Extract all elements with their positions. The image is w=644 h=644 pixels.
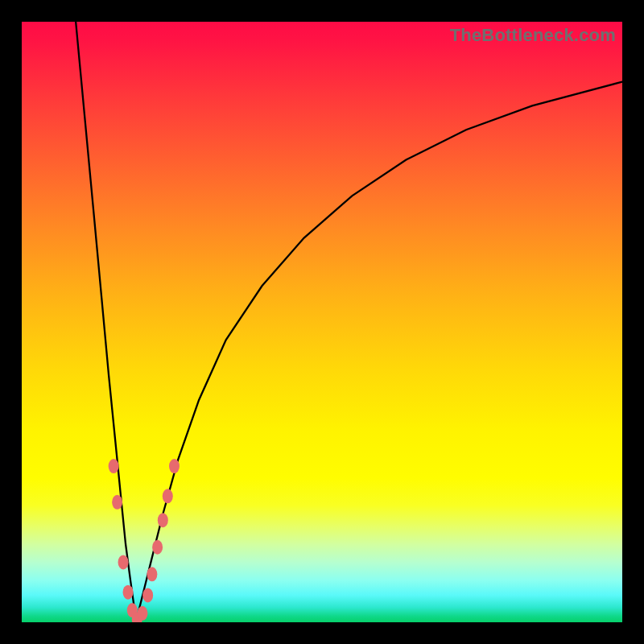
marker-dot — [152, 540, 163, 555]
curve-layer — [22, 22, 622, 622]
curve-right — [136, 82, 622, 622]
curve-left — [76, 22, 136, 622]
marker-dot — [118, 555, 129, 569]
watermark-text: TheBottleneck.com — [450, 25, 616, 46]
marker-dot — [137, 606, 147, 621]
plot-area: TheBottleneck.com — [22, 22, 622, 622]
marker-dot — [142, 588, 153, 602]
marker-dot — [169, 459, 180, 473]
marker-dot — [163, 489, 173, 503]
chart-stage: TheBottleneck.com — [0, 0, 644, 644]
marker-dot — [158, 513, 168, 527]
marker-dot — [147, 567, 157, 581]
marker-dot — [112, 495, 122, 510]
marker-dot — [123, 585, 134, 600]
marker-dot — [109, 459, 119, 473]
